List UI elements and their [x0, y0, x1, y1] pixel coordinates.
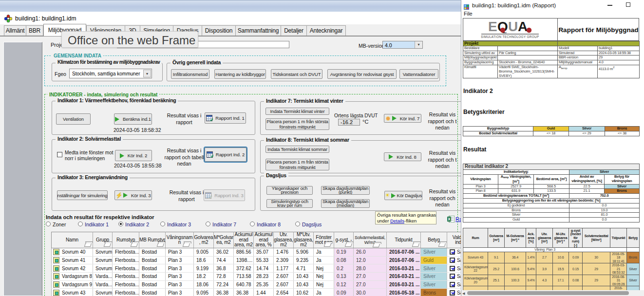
- svg-text:U: U: [508, 19, 518, 33]
- svg-text:X: X: [448, 217, 451, 222]
- svg-text:A: A: [518, 19, 528, 33]
- svg-text:E: E: [488, 19, 497, 33]
